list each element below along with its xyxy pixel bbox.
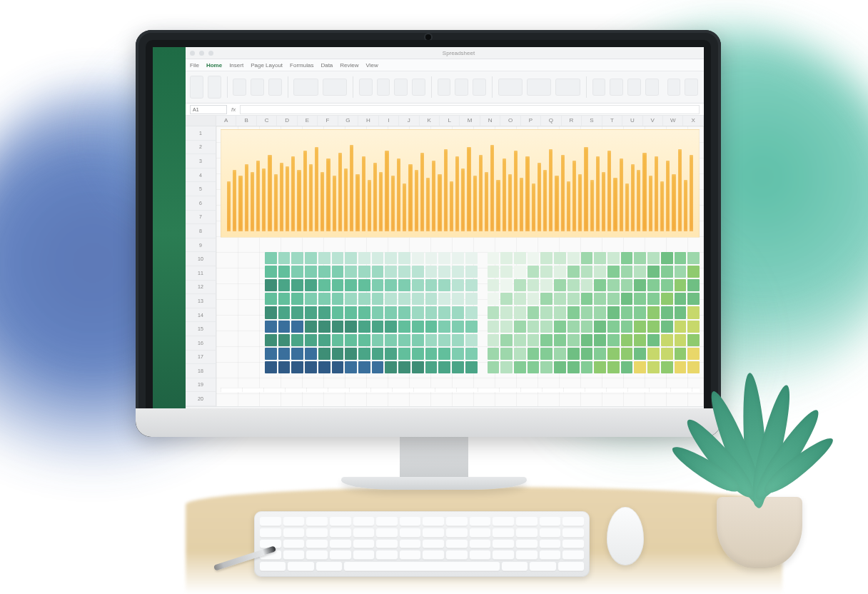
heatmap-cell [265, 321, 277, 333]
heatmap-cell [385, 334, 397, 346]
row-header[interactable]: 18 [186, 364, 216, 378]
window-control[interactable] [190, 51, 195, 56]
chart-bar [321, 172, 324, 231]
heatmap-cell [607, 279, 620, 291]
column-header[interactable]: G [338, 116, 358, 126]
column-header[interactable]: A [216, 116, 236, 126]
ribbon-tab[interactable]: Review [340, 62, 358, 69]
heatmap-right[interactable] [488, 252, 700, 373]
ribbon-button[interactable] [412, 79, 425, 96]
column-header[interactable]: R [562, 116, 582, 126]
cells-area[interactable] [216, 126, 704, 406]
heatmap-cell [607, 306, 620, 318]
column-header[interactable]: E [298, 116, 318, 126]
column-header[interactable]: J [399, 116, 419, 126]
ribbon-button[interactable] [527, 79, 551, 96]
column-header[interactable]: K [420, 116, 440, 126]
ribbon-button[interactable] [473, 79, 486, 96]
ribbon-button[interactable] [592, 79, 606, 96]
column-header[interactable]: C [257, 116, 277, 126]
row-header[interactable]: 20 [186, 392, 216, 406]
column-header[interactable]: Q [541, 116, 561, 126]
heatmap-cell [345, 252, 357, 264]
ribbon-tab[interactable]: Formulas [290, 62, 313, 69]
column-header[interactable]: U [622, 116, 642, 126]
ribbon-button[interactable] [455, 79, 468, 96]
row-header[interactable]: 15 [186, 322, 216, 336]
name-box[interactable]: A1 [190, 105, 227, 114]
row-header[interactable]: 11 [186, 266, 216, 281]
column-header[interactable]: H [358, 116, 378, 126]
heatmap-cell [452, 266, 464, 278]
column-header[interactable]: L [440, 116, 460, 126]
ribbon-button[interactable] [667, 79, 681, 96]
empty-grid-region[interactable] [221, 388, 700, 392]
ribbon-button[interactable] [627, 79, 641, 96]
heatmap-cell [452, 348, 464, 360]
ribbon-tab[interactable]: Data [321, 62, 333, 69]
column-header[interactable]: D [277, 116, 297, 126]
ribbon-button[interactable] [610, 79, 623, 96]
ribbon-tab[interactable]: Page Layout [251, 62, 283, 69]
heatmap-cell [358, 361, 370, 373]
ribbon-button[interactable] [359, 79, 373, 96]
heatmap-left[interactable] [265, 252, 478, 373]
ribbon-button[interactable] [190, 76, 203, 99]
ribbon-button[interactable] [645, 79, 659, 96]
ribbon-tab[interactable]: File [190, 62, 199, 69]
window-control[interactable] [199, 51, 204, 56]
heatmap-cell [675, 348, 687, 360]
column-header[interactable]: O [500, 116, 520, 126]
ribbon-button[interactable] [323, 79, 347, 96]
row-header[interactable]: 16 [186, 336, 216, 351]
ribbon-button[interactable] [233, 79, 246, 96]
row-header[interactable]: 10 [186, 252, 216, 266]
column-header[interactable]: B [236, 116, 256, 126]
ribbon-button[interactable] [268, 79, 282, 96]
ribbon-button[interactable] [498, 79, 523, 96]
heatmap-cell [265, 306, 277, 318]
ribbon-button[interactable] [394, 79, 408, 96]
column-header[interactable]: S [582, 116, 602, 126]
column-header[interactable]: X [683, 116, 703, 126]
select-all-corner[interactable] [186, 116, 216, 126]
ribbon-button[interactable] [438, 79, 451, 96]
ribbon-button[interactable] [555, 79, 580, 96]
column-header[interactable]: N [480, 116, 500, 126]
column-header[interactable]: P [521, 116, 541, 126]
ribbon-tab[interactable]: Insert [229, 62, 243, 69]
row-header[interactable]: 14 [186, 308, 216, 323]
ribbon-button[interactable] [251, 79, 264, 96]
ribbon-button[interactable] [377, 79, 390, 96]
heatmap-cell [528, 321, 540, 333]
column-header[interactable]: I [379, 116, 399, 126]
column-header[interactable]: M [460, 116, 480, 126]
heatmap-cell [372, 293, 384, 305]
heatmap-cell [358, 306, 370, 318]
ribbon-button[interactable] [208, 76, 221, 99]
column-header[interactable]: T [602, 116, 622, 126]
ribbon-tab[interactable]: Home [206, 62, 222, 69]
row-header[interactable]: 9 [186, 238, 216, 253]
ribbon-button[interactable] [293, 79, 318, 96]
row-header[interactable]: 13 [186, 294, 216, 308]
row-header[interactable]: 17 [186, 351, 216, 365]
row-header[interactable]: 12 [186, 281, 216, 295]
heatmap-cell [581, 279, 593, 291]
heatmap-cell [500, 266, 513, 278]
window-control[interactable] [208, 51, 213, 56]
column-header[interactable]: W [663, 116, 683, 126]
heatmap-cell [465, 321, 478, 333]
ribbon-button[interactable] [685, 79, 698, 96]
heatmap-cell [554, 293, 566, 305]
heatmap-cell [647, 361, 660, 373]
chart-bar [578, 174, 582, 231]
heatmap-cell [318, 252, 330, 264]
row-header[interactable]: 19 [186, 378, 216, 393]
bar-chart[interactable] [221, 129, 700, 238]
heatmap-cell [278, 321, 291, 333]
ribbon-tab[interactable]: View [366, 62, 378, 69]
formula-input[interactable] [240, 105, 700, 114]
column-header[interactable]: V [643, 116, 663, 126]
column-header[interactable]: F [318, 116, 338, 126]
